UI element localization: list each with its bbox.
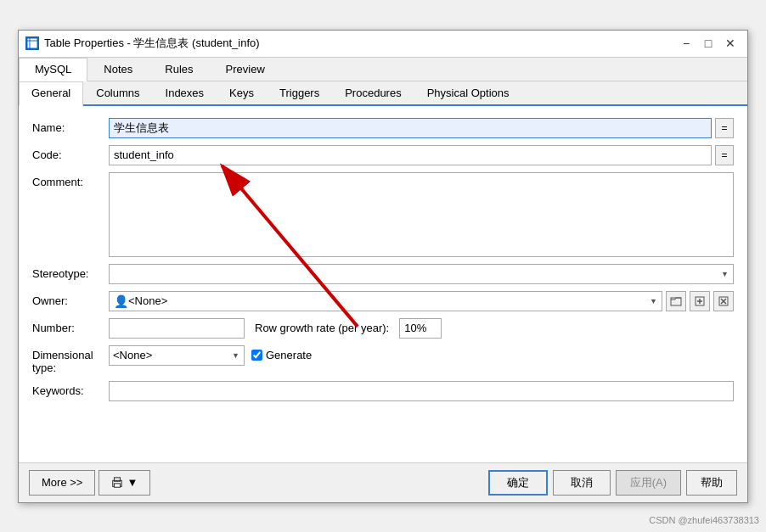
tab-preview[interactable]: Preview [210,58,281,81]
name-row: Name: = [32,118,734,138]
new-icon [694,295,706,307]
growth-rate-input[interactable] [399,318,442,339]
minimize-button[interactable]: − [676,34,696,53]
help-button[interactable]: 帮助 [686,470,737,496]
comment-field [109,172,734,257]
stereotype-select[interactable] [109,264,734,284]
cancel-button[interactable]: 取消 [553,470,611,496]
tab-physical-options[interactable]: Physical Options [414,81,522,104]
keywords-label: Keywords: [32,381,109,397]
tabs-row2: General Columns Indexes Keys Triggers Pr… [19,81,747,106]
dimensional-field: <None> Generate [109,345,734,366]
titlebar-controls: − □ ✕ [676,34,741,53]
generate-label: Generate [266,349,312,361]
maximize-button[interactable]: □ [698,34,718,53]
code-input[interactable] [109,145,712,165]
tab-general[interactable]: General [19,81,83,106]
window-title: Table Properties - 学生信息表 (student_info) [44,36,260,51]
tab-mysql[interactable]: MySQL [19,58,87,81]
print-icon [111,477,123,489]
code-row: Code: = [32,145,734,165]
code-eq-button[interactable]: = [715,145,734,165]
owner-new-button[interactable] [690,291,710,311]
stereotype-select-wrapper [109,264,734,284]
titlebar-left: Table Properties - 学生信息表 (student_info) [25,36,260,51]
name-input[interactable] [109,118,712,138]
owner-browse-button[interactable] [666,291,686,311]
code-field: = [109,145,734,165]
footer-left: More >> ▼ [29,470,150,496]
name-field: = [109,118,734,138]
main-window: Table Properties - 学生信息表 (student_info) … [18,30,748,503]
svg-rect-3 [671,298,681,305]
dimensional-row: Dimensional type: <None> Generate [32,345,734,374]
stereotype-label: Stereotype: [32,264,109,280]
comment-textarea[interactable] [109,172,734,257]
content-area: Name: = Code: = Comment: [19,106,747,462]
folder-icon [670,295,682,307]
clear-icon [718,295,729,307]
confirm-button[interactable]: 确定 [488,470,548,496]
owner-user-icon: 👤 [114,294,128,308]
tab-indexes[interactable]: Indexes [153,81,217,104]
close-button[interactable]: ✕ [720,34,741,53]
content-wrapper: Name: = Code: = Comment: [19,106,747,462]
dimensional-select[interactable]: <None> [109,345,245,366]
dimensional-control-row: <None> Generate [109,345,734,366]
keywords-field [109,381,734,401]
comment-row: Comment: [32,172,734,257]
keywords-row: Keywords: [32,381,734,401]
print-dropdown: ▼ [127,476,138,489]
code-label: Code: [32,145,109,161]
number-field: Row growth rate (per year): [109,318,734,339]
tab-procedures[interactable]: Procedures [332,81,414,104]
generate-checkbox[interactable] [251,350,262,361]
svg-rect-0 [27,38,37,48]
stereotype-row: Stereotype: [32,264,734,284]
tab-rules[interactable]: Rules [149,58,209,81]
number-label: Number: [32,318,109,334]
name-label: Name: [32,118,109,134]
apply-button[interactable]: 应用(A) [616,470,681,496]
comment-label: Comment: [32,172,109,188]
owner-field: 👤 <None> [109,291,734,311]
owner-select[interactable]: <None> [109,291,662,311]
keywords-input[interactable] [109,381,734,401]
owner-row: Owner: 👤 <None> [32,291,734,311]
stereotype-field [109,264,734,284]
more-button[interactable]: More >> [29,470,95,496]
tab-keys[interactable]: Keys [217,81,267,104]
name-eq-button[interactable]: = [715,118,734,138]
dim-select-wrapper: <None> [109,345,245,366]
tab-notes[interactable]: Notes [87,58,149,81]
number-row: Number: Row growth rate (per year): [32,318,734,339]
number-control-row: Row growth rate (per year): [109,318,734,339]
owner-control-row: 👤 <None> [109,291,734,311]
footer: More >> ▼ 确定 取消 应用(A) 帮助 [19,462,747,502]
svg-rect-14 [115,483,121,486]
owner-label: Owner: [32,291,109,307]
watermark: CSDN @zhufei463738313 [649,515,759,525]
titlebar: Table Properties - 学生信息表 (student_info) … [19,31,747,58]
print-button[interactable]: ▼ [99,470,150,496]
tabs-row1: MySQL Notes Rules Preview [19,58,747,81]
dimensional-label: Dimensional type: [32,345,109,374]
app-icon [25,36,39,50]
number-input[interactable] [109,318,245,339]
tab-triggers[interactable]: Triggers [267,81,332,104]
growth-rate-label: Row growth rate (per year): [255,322,389,334]
owner-clear-button[interactable] [713,291,734,311]
generate-checkbox-label[interactable]: Generate [251,349,312,361]
owner-select-wrapper: 👤 <None> [109,291,662,311]
tab-columns[interactable]: Columns [83,81,152,104]
